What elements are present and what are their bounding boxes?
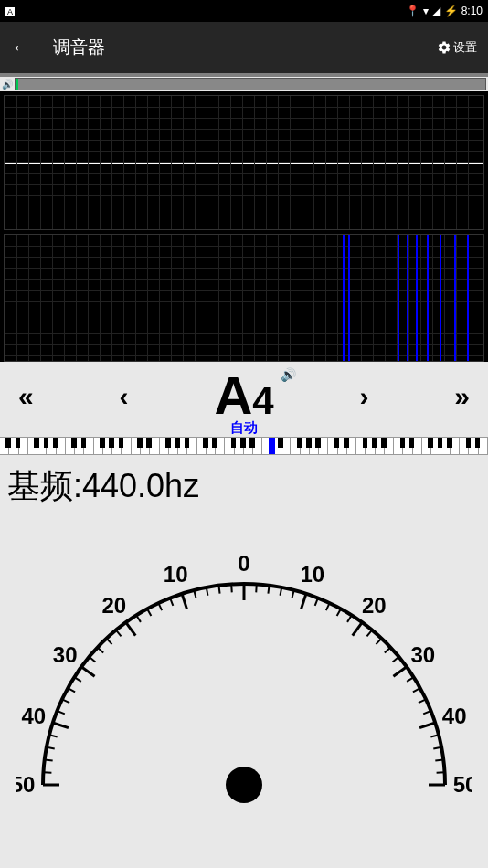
battery-icon: ⚡ [444, 5, 458, 17]
gauge-tick-label: 40 [442, 704, 467, 728]
app-badge: A [5, 7, 15, 16]
volume-icon: 🔊 [2, 79, 13, 90]
sound-icon[interactable]: 🔊 [281, 367, 296, 382]
svg-line-41 [407, 677, 414, 682]
settings-button[interactable]: 设置 [437, 39, 477, 56]
gauge-tick-label: 30 [53, 642, 78, 667]
note-letter: A [214, 365, 252, 425]
frequency-display: 基频:440.0hz [0, 455, 488, 511]
svg-line-45 [419, 723, 435, 728]
svg-line-15 [126, 622, 136, 636]
freq-value: 440.0 [82, 467, 164, 504]
svg-line-36 [366, 630, 372, 636]
svg-line-35 [353, 622, 363, 636]
svg-line-14 [116, 630, 122, 636]
gear-icon [437, 40, 451, 55]
gauge-tick-label: 10 [300, 562, 324, 587]
page-title: 调音器 [53, 36, 437, 59]
back-button[interactable]: ← [11, 36, 31, 59]
wifi-icon: ▾ [423, 5, 429, 17]
gauge-tick-label: 30 [410, 642, 435, 667]
volume-meter [15, 78, 486, 90]
prev-note-button[interactable]: ‹ [120, 381, 129, 412]
waveform-oscilloscope[interactable] [4, 95, 484, 230]
waveform-spectrum[interactable] [4, 234, 484, 362]
volume-row: 🔊 [0, 77, 488, 91]
next-note-button[interactable]: › [359, 381, 368, 412]
svg-line-39 [393, 657, 399, 662]
svg-line-10 [81, 667, 95, 677]
svg-line-13 [106, 639, 111, 645]
gauge-tick-label: 20 [362, 593, 387, 618]
svg-line-8 [68, 688, 75, 692]
svg-line-37 [376, 639, 381, 645]
svg-line-34 [347, 615, 352, 622]
next-octave-button[interactable]: » [454, 381, 470, 412]
settings-label: 设置 [453, 39, 477, 56]
gauge-tick-label: 0 [238, 551, 249, 576]
svg-line-33 [337, 609, 341, 616]
waveform-container [0, 91, 488, 362]
svg-line-1 [43, 772, 51, 773]
gauge-tick-label: 20 [101, 593, 126, 618]
svg-line-5 [53, 723, 69, 728]
svg-line-26 [256, 584, 257, 592]
piano-keyboard[interactable] [0, 437, 488, 455]
gauge-svg: 504030201001020304050 [16, 520, 472, 821]
svg-line-2 [45, 759, 53, 760]
freq-label: 基频: [7, 467, 82, 504]
svg-line-12 [98, 647, 104, 652]
status-bar: A 📍 ▾ ◢ ⚡ 8:10 [0, 0, 488, 22]
svg-line-9 [74, 677, 81, 682]
clock: 8:10 [461, 5, 483, 17]
note-octave: 4 [252, 379, 273, 422]
cents-gauge: 504030201001020304050 [0, 511, 488, 831]
prev-octave-button[interactable]: « [18, 381, 34, 412]
svg-line-24 [231, 584, 232, 592]
gauge-tick-label: 50 [16, 772, 35, 797]
svg-line-48 [435, 759, 443, 760]
svg-line-17 [147, 609, 151, 616]
current-note[interactable]: A4 🔊 [214, 369, 273, 423]
freq-unit: hz [164, 467, 199, 504]
signal-icon: ◢ [432, 5, 440, 17]
svg-line-27 [268, 586, 269, 594]
svg-line-49 [437, 772, 445, 773]
svg-line-11 [89, 657, 95, 662]
gauge-tick-label: 50 [453, 772, 472, 797]
svg-line-40 [393, 667, 407, 677]
location-icon: 📍 [406, 5, 419, 17]
svg-line-20 [182, 594, 187, 609]
svg-line-16 [136, 615, 141, 622]
gauge-tick-label: 40 [21, 704, 46, 728]
svg-line-30 [301, 594, 306, 609]
svg-line-23 [218, 586, 219, 594]
svg-line-38 [385, 647, 391, 652]
svg-point-51 [226, 767, 262, 803]
app-bar: ← 调音器 设置 [0, 22, 488, 73]
note-selector: « ‹ A4 🔊 › » [0, 365, 488, 423]
svg-line-42 [413, 688, 420, 692]
gauge-tick-label: 10 [164, 562, 188, 587]
